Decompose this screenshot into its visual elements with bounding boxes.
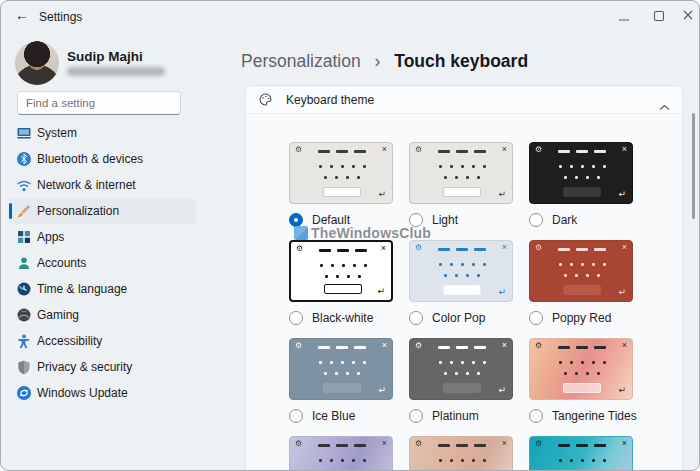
spacebar-key [563,383,601,393]
sidebar-item-label: Network & internet [37,178,136,192]
system-icon [16,125,32,141]
page-title: Touch keyboard [394,51,528,71]
gear-icon: ⚙ [535,439,542,449]
sidebar-item-label: Accessibility [37,334,102,348]
enter-icon: ↵ [378,385,386,395]
keyboard-theme-thumbnail[interactable]: ⚙ × ↵ [529,142,633,204]
sidebar-item-windows-update[interactable]: Windows Update [9,380,196,406]
gear-icon: ⚙ [415,145,422,155]
keyboard-theme-thumbnail[interactable]: ⚙ × ↵ [529,436,633,471]
theme-option[interactable]: ⚙ × ↵ Tangerine Tides [529,338,633,425]
theme-radio[interactable] [289,311,303,325]
theme-option[interactable]: ⚙ × ↵ Ice Blue [289,338,393,425]
key-dots-row [559,459,606,462]
close-icon: × [382,144,387,154]
search-box[interactable] [17,91,181,115]
theme-option[interactable]: ⚙ × ↵ Platinum [409,338,513,425]
theme-radio[interactable] [529,213,543,227]
suggestion-bar [438,150,486,153]
theme-option[interactable]: ⚙ × ↵ [529,436,633,471]
theme-label: Tangerine Tides [552,409,637,423]
keyboard-theme-header[interactable]: Keyboard theme [246,86,682,114]
sidebar-item-apps[interactable]: Apps [9,224,196,250]
keyboard-theme-thumbnail[interactable]: ⚙ × ↵ [289,338,393,400]
maximize-button[interactable] [653,8,665,20]
close-button[interactable] [682,7,694,19]
settings-window: ← Settings Sudip Majhi System [0,0,700,471]
scrollbar-thumb[interactable] [692,113,695,219]
theme-option[interactable]: ⚙ × ↵ Default [289,142,393,229]
avatar[interactable] [15,41,59,85]
spacebar-key [443,187,481,197]
breadcrumb: Personalization › Touch keyboard [241,51,528,72]
suggestion-bar [558,444,606,447]
theme-option[interactable]: ⚙ × ↵ Color Pop [409,240,513,327]
key-dots-row [559,165,606,168]
theme-radio[interactable] [289,409,303,423]
theme-option[interactable]: ⚙ × ↵ Dark [529,142,633,229]
keyboard-theme-thumbnail[interactable]: ⚙ × ↵ [289,142,393,204]
keyboard-theme-thumbnail[interactable]: ⚙ × ↵ [529,338,633,400]
back-icon[interactable]: ← [15,7,29,23]
key-dots-row [559,263,606,266]
search-input[interactable] [26,97,180,109]
theme-option[interactable]: ⚙ × ↵ Light [409,142,513,229]
theme-radio[interactable] [409,409,423,423]
key-dots-row [444,372,480,375]
sidebar-nav: System Bluetooth & devices Network & int… [9,120,196,406]
theme-option[interactable]: ⚙ × ↵ [289,436,393,471]
keyboard-theme-thumbnail[interactable]: ⚙ × ↵ [409,436,513,471]
theme-option[interactable]: ⚙ × ↵ Poppy Red [529,240,633,327]
theme-label: Platinum [432,409,479,423]
theme-option[interactable]: ⚙ × ↵ Black-white [289,240,393,327]
close-icon: × [622,242,627,252]
close-icon: × [622,144,627,154]
suggestion-bar [558,150,606,153]
gear-icon: ⚙ [535,145,542,155]
gear-icon: ⚙ [415,341,422,351]
theme-radio[interactable] [409,213,423,227]
sidebar-item-label: Time & language [37,282,127,296]
gear-icon: ⚙ [535,341,542,351]
sidebar-item-time-language[interactable]: Time & language [9,276,196,302]
sidebar-item-accessibility[interactable]: Accessibility [9,328,196,354]
theme-label: Default [312,213,350,227]
chevron-up-icon[interactable] [659,97,670,115]
theme-radio[interactable] [409,311,423,325]
enter-icon: ↵ [618,189,626,199]
sidebar-item-system[interactable]: System [9,120,196,146]
keyboard-theme-thumbnail[interactable]: ⚙ × ↵ [289,240,393,302]
theme-option[interactable]: ⚙ × ↵ [409,436,513,471]
minimize-button[interactable] [618,12,630,24]
gear-icon: ⚙ [415,243,422,253]
key-dots-row [439,361,486,364]
sidebar-item-network[interactable]: Network & internet [9,172,196,198]
theme-radio[interactable] [289,213,303,227]
sidebar: Sudip Majhi System Bluetooth & devices N… [1,33,241,470]
close-icon: × [502,340,507,350]
gear-icon: ⚙ [415,439,422,449]
sidebar-item-bluetooth[interactable]: Bluetooth & devices [9,146,196,172]
keyboard-theme-thumbnail[interactable]: ⚙ × ↵ [289,436,393,471]
sidebar-item-privacy[interactable]: Privacy & security [9,354,196,380]
keyboard-theme-thumbnail[interactable]: ⚙ × ↵ [409,338,513,400]
sidebar-item-label: Gaming [37,308,79,322]
theme-radio[interactable] [529,311,543,325]
time-language-icon [16,281,32,297]
window-title: Settings [39,10,82,24]
keyboard-theme-thumbnail[interactable]: ⚙ × ↵ [529,240,633,302]
breadcrumb-parent[interactable]: Personalization [241,51,361,71]
suggestion-bar [438,248,486,251]
sidebar-item-gaming[interactable]: Gaming [9,302,196,328]
enter-icon: ↵ [498,189,506,199]
keyboard-theme-thumbnail[interactable]: ⚙ × ↵ [409,240,513,302]
sidebar-item-personalization[interactable]: Personalization [9,198,196,224]
key-dots-row [319,459,366,462]
sidebar-item-accounts[interactable]: Accounts [9,250,196,276]
spacebar-key [323,187,361,197]
sidebar-item-label: System [37,126,77,140]
keyboard-theme-thumbnail[interactable]: ⚙ × ↵ [409,142,513,204]
windows-update-icon [16,385,32,401]
key-dots-row [324,372,360,375]
theme-radio[interactable] [529,409,543,423]
